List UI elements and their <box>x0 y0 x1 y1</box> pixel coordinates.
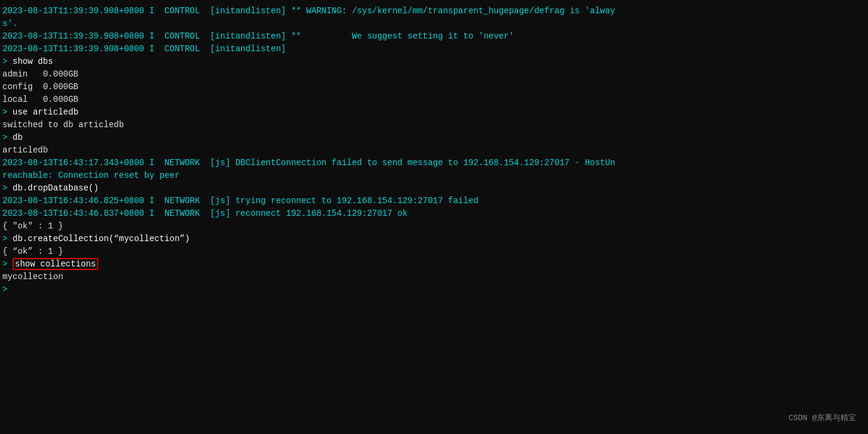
terminal-line: > show collections <box>2 258 866 271</box>
terminal-line: reachable: Connection reset by peer <box>2 169 866 182</box>
terminal-line: switched to db articledb <box>2 119 866 131</box>
terminal-line: > <box>2 283 866 296</box>
terminal-line: config 0.000GB <box>2 81 866 93</box>
watermark: CSDN @东离与精宝 <box>788 412 856 423</box>
terminal-line: > db.dropDatabase() <box>2 182 866 195</box>
terminal-line: > db <box>2 131 866 144</box>
terminal-line: > show dbs <box>2 55 866 68</box>
terminal-line: 2023-08-13T11:39:39.908+0800 I CONTROL [… <box>2 43 866 55</box>
terminal-line: 2023-08-13T16:43:46.837+0800 I NETWORK [… <box>2 207 866 220</box>
terminal-line: > use articledb <box>2 106 866 119</box>
highlighted-command: show collections <box>13 258 98 270</box>
terminal-line: > db.createCollection(“mycollection”) <box>2 233 866 245</box>
terminal-line: admin 0.000GB <box>2 68 866 81</box>
terminal-line: mycollection <box>2 271 866 283</box>
terminal-line: articledb <box>2 144 866 157</box>
terminal-line: { "ok" : 1 } <box>2 220 866 233</box>
terminal-line: 2023-08-13T11:39:39.908+0800 I CONTROL [… <box>2 5 866 17</box>
terminal-line: s'. <box>2 17 866 30</box>
terminal-line: local 0.000GB <box>2 93 866 106</box>
terminal-line: 2023-08-13T11:39:39.908+0800 I CONTROL [… <box>2 30 866 43</box>
terminal-line: 2023-08-13T16:43:17.343+0800 I NETWORK [… <box>2 157 866 169</box>
terminal-line: { “ok” : 1 } <box>2 245 866 258</box>
terminal-window: 2023-08-13T11:39:39.908+0800 I CONTROL [… <box>0 0 868 434</box>
terminal-line: 2023-08-13T16:43:46.825+0800 I NETWORK [… <box>2 195 866 207</box>
